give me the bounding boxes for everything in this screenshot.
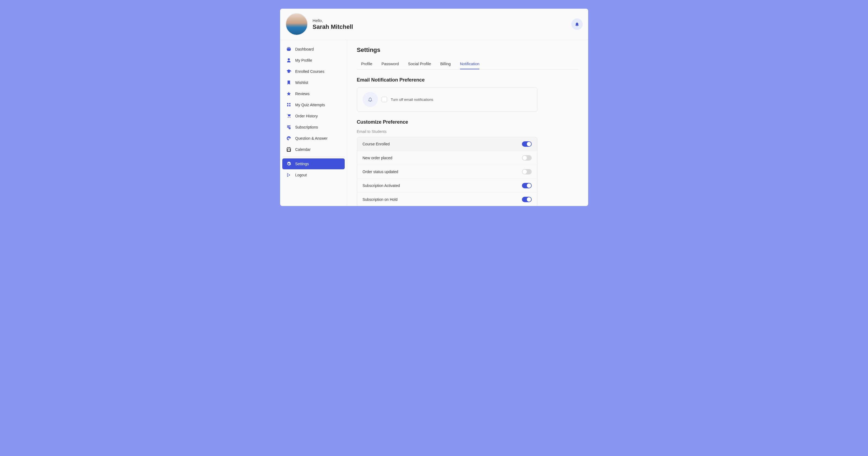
sidebar-item-label: Enrolled Courses	[295, 69, 324, 74]
dashboard-icon	[286, 47, 291, 52]
sidebar-item-reviews[interactable]: Reviews	[282, 88, 345, 99]
star-icon	[286, 91, 291, 96]
sidebar-item-label: My Profile	[295, 58, 312, 62]
sidebar-divider	[282, 156, 345, 157]
pref-label: Course Enrolled	[363, 142, 390, 146]
customize-sublabel: Email to Students	[357, 130, 579, 134]
notifications-button[interactable]	[571, 19, 583, 30]
sidebar-item-label: Reviews	[295, 92, 310, 96]
toggle-new-order[interactable]	[522, 155, 532, 161]
sidebar-item-calendar[interactable]: Calendar	[282, 144, 345, 155]
sidebar-item-label: Logout	[295, 173, 307, 177]
sidebar-item-subscriptions[interactable]: Subscriptions	[282, 122, 345, 133]
tabs: Profile Password Social Profile Billing …	[357, 59, 579, 69]
username-label: Sarah Mitchell	[313, 23, 353, 30]
header: Hello, Sarah Mitchell	[280, 9, 588, 40]
sidebar-item-label: Question & Answer	[295, 136, 328, 141]
page-title: Settings	[357, 47, 579, 54]
tab-social-profile[interactable]: Social Profile	[408, 59, 431, 69]
pref-row-order-status: Order status updated	[357, 165, 537, 179]
avatar[interactable]	[285, 13, 308, 35]
bell-icon	[368, 97, 373, 102]
logout-icon	[286, 172, 291, 178]
pref-label: New order placed	[363, 156, 393, 160]
sidebar-item-logout[interactable]: Logout	[282, 170, 345, 180]
pref-row-sub-hold: Subscription on Hold	[357, 193, 537, 206]
user-icon	[286, 58, 291, 63]
sidebar-item-label: My Quiz Attempts	[295, 103, 325, 107]
pref-row-course-enrolled: Course Enrolled	[357, 137, 537, 151]
toggle-sub-hold[interactable]	[522, 197, 532, 202]
sidebar-item-enrolled-courses[interactable]: Enrolled Courses	[282, 66, 345, 77]
pref-row-new-order: New order placed	[357, 151, 537, 165]
toggle-order-status[interactable]	[522, 169, 532, 174]
bell-icon-circle	[363, 92, 378, 107]
gear-icon	[286, 161, 291, 167]
email-pref-title: Email Notification Preference	[357, 77, 579, 83]
pref-label: Subscription Activated	[363, 183, 400, 188]
sidebar-item-label: Wishlist	[295, 80, 308, 85]
tab-notification[interactable]: Notification	[460, 59, 479, 69]
sidebar-item-question-answer[interactable]: Question & Answer	[282, 133, 345, 144]
turn-off-email-label: Turn off email notifications	[391, 97, 433, 102]
quiz-icon	[286, 102, 291, 108]
sidebar-item-my-profile[interactable]: My Profile	[282, 55, 345, 66]
toggle-sub-activated[interactable]	[522, 183, 532, 188]
content: Settings Profile Password Social Profile…	[347, 40, 588, 206]
sidebar-item-label: Settings	[295, 162, 309, 166]
pref-row-sub-activated: Subscription Activated	[357, 179, 537, 193]
greeting-label: Hello,	[313, 18, 353, 23]
customize-title: Customize Preference	[357, 119, 579, 125]
sidebar-item-label: Order History	[295, 114, 318, 118]
bookmark-icon	[286, 80, 291, 85]
customize-box: Course Enrolled New order placed Order s…	[357, 137, 537, 206]
qa-icon	[286, 136, 291, 141]
tab-profile[interactable]: Profile	[361, 59, 372, 69]
sidebar-item-order-history[interactable]: Order History	[282, 111, 345, 121]
sidebar-item-dashboard[interactable]: Dashboard	[282, 44, 345, 55]
sidebar-item-my-quiz-attempts[interactable]: My Quiz Attempts	[282, 99, 345, 110]
turn-off-email-checkbox[interactable]	[382, 97, 387, 102]
sidebar-item-label: Calendar	[295, 147, 311, 152]
graduation-icon	[286, 69, 291, 74]
sidebar-item-settings[interactable]: Settings	[282, 159, 345, 169]
toggle-course-enrolled[interactable]	[522, 141, 532, 147]
pref-label: Subscription on Hold	[363, 197, 398, 202]
bell-icon	[575, 22, 580, 27]
sidebar: Dashboard My Profile Enrolled Courses Wi…	[280, 40, 347, 206]
calendar-icon	[286, 147, 291, 152]
sidebar-item-label: Subscriptions	[295, 125, 318, 130]
tab-password[interactable]: Password	[382, 59, 399, 69]
tab-billing[interactable]: Billing	[440, 59, 451, 69]
cart-icon	[286, 113, 291, 119]
email-pref-box: Turn off email notifications	[357, 87, 537, 112]
subscription-icon	[286, 124, 291, 130]
sidebar-item-label: Dashboard	[295, 47, 314, 51]
pref-label: Order status updated	[363, 170, 398, 174]
header-user: Hello, Sarah Mitchell	[285, 13, 353, 35]
app-container: Hello, Sarah Mitchell Dashboard My Profi…	[280, 9, 588, 206]
sidebar-item-wishlist[interactable]: Wishlist	[282, 77, 345, 88]
